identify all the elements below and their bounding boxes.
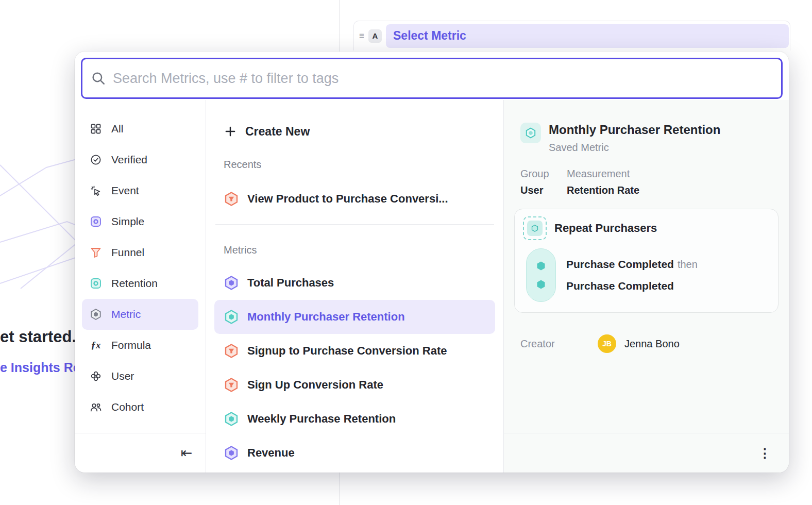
retention-steps-pill [526, 248, 556, 302]
funnel-icon [89, 246, 103, 259]
sidebar-item-user[interactable]: User [82, 361, 198, 392]
metric-item-monthly-purchaser-retention[interactable]: Monthly Purchaser Retention [214, 300, 495, 334]
funnel-metric-icon [224, 343, 239, 359]
step-two: Purchase Completed [566, 280, 698, 292]
more-options-icon[interactable]: ⋮ [758, 447, 771, 460]
sidebar-item-event[interactable]: Event [82, 175, 198, 206]
simple-metric-icon [89, 215, 103, 228]
metric-icon [224, 275, 239, 291]
group-label: Group [520, 168, 554, 180]
group-value: User [520, 184, 554, 196]
retention-metric-icon [224, 411, 239, 427]
metric-item-label: Sign Up Conversion Rate [247, 378, 383, 392]
sidebar-item-funnel[interactable]: Funnel [82, 237, 198, 268]
metric-item-total-purchases[interactable]: Total Purchases [214, 266, 495, 300]
metric-item-label: Weekly Purchase Retention [247, 412, 396, 426]
metric-picker-modal: All Verified [75, 52, 789, 473]
sidebar-item-all[interactable]: All [82, 113, 198, 144]
sidebar-item-metric[interactable]: Metric [82, 299, 198, 330]
definition-steps: Purchase Completedthen Purchase Complete… [526, 248, 770, 302]
retention-metric-icon [224, 309, 239, 325]
retention-definition-icon [523, 216, 547, 240]
metric-hexagon-icon [89, 308, 103, 321]
detail-title: Monthly Purchaser Retention [549, 123, 720, 137]
retention-icon [89, 277, 103, 290]
metric-item-signup-to-purchase-conversion[interactable]: Signup to Purchase Conversion Rate [214, 334, 495, 368]
create-new-label: Create New [245, 125, 310, 139]
search-bar[interactable] [81, 58, 783, 99]
recents-heading: Recents [214, 158, 495, 171]
saved-metric-icon [520, 123, 541, 143]
metrics-heading: Metrics [214, 243, 495, 257]
metric-list-column: Create New Recents View Product to Purch… [206, 100, 504, 473]
funnel-metric-icon [224, 191, 239, 207]
metric-item-label: Monthly Purchaser Retention [247, 310, 405, 324]
creator-row: Creator JB Jenna Bono [520, 334, 779, 353]
metric-item-sign-up-conversion-rate[interactable]: Sign Up Conversion Rate [214, 368, 495, 402]
sidebar-item-label: Retention [111, 277, 158, 290]
user-flower-icon [89, 369, 103, 383]
collapse-sidebar-icon[interactable]: ⇤ [180, 446, 192, 460]
metric-item-label: Total Purchases [247, 276, 334, 290]
event-cursor-icon [89, 184, 103, 197]
step-one: Purchase Completedthen [566, 258, 698, 271]
cohort-people-icon [89, 400, 103, 414]
metric-row-header: ≡ A Select Metric [353, 21, 790, 50]
metric-item-revenue[interactable]: Revenue [214, 436, 495, 470]
formula-icon: ƒx [89, 339, 103, 352]
step-hexagon-icon [535, 260, 547, 272]
picker-content: All Verified [75, 100, 789, 473]
recent-metric-item[interactable]: View Product to Purchase Conversi... [214, 182, 495, 215]
metric-detail-body: Monthly Purchaser Retention Saved Metric… [504, 100, 789, 433]
sidebar-item-label: Cohort [111, 401, 144, 413]
sidebar-item-cohort[interactable]: Cohort [82, 392, 198, 423]
sidebar-item-formula[interactable]: ƒx Formula [82, 330, 198, 361]
metrics-list: Total Purchases Monthly Purchaser Retent… [214, 266, 495, 470]
step-hexagon-icon [535, 279, 547, 290]
definition-title: Repeat Purchasers [554, 222, 657, 235]
creator-name: Jenna Bono [624, 338, 680, 350]
sidebar-item-label: Simple [111, 215, 144, 228]
search-input[interactable] [113, 71, 773, 87]
measurement-label: Measurement [567, 168, 639, 180]
metric-item-label: Signup to Purchase Conversion Rate [247, 344, 447, 358]
sidebar-item-label: Event [111, 184, 139, 197]
background-headline: et started. [0, 328, 76, 346]
sidebar-item-label: Formula [111, 339, 151, 351]
detail-subtitle: Saved Metric [549, 142, 720, 154]
page: et started. e Insights Re ≡ A Select Met… [0, 0, 812, 505]
metric-definition-card: Repeat Purchasers [514, 209, 779, 313]
sidebar-item-simple[interactable]: Simple [82, 206, 198, 237]
sidebar-item-label: All [111, 123, 123, 135]
sidebar-item-retention[interactable]: Retention [82, 268, 198, 299]
background-insights-link[interactable]: e Insights Re [0, 360, 80, 375]
category-list: All Verified [75, 100, 206, 433]
list-divider [215, 224, 494, 225]
sidebar-item-label: Funnel [111, 246, 144, 259]
sidebar-item-verified[interactable]: Verified [82, 144, 198, 175]
step-one-event: Purchase Completed [566, 258, 674, 270]
definition-card-header: Repeat Purchasers [523, 216, 770, 240]
funnel-metric-icon [224, 377, 239, 393]
sidebar-item-label: User [111, 370, 134, 382]
select-metric-button[interactable]: Select Metric [386, 24, 789, 48]
creator-avatar: JB [598, 334, 616, 353]
detail-footer: ⋮ [504, 433, 789, 473]
grid-icon [89, 122, 103, 136]
metric-icon [224, 445, 239, 461]
create-new-button[interactable]: Create New [214, 119, 495, 144]
select-metric-label: Select Metric [393, 29, 466, 43]
metric-item-weekly-purchase-retention[interactable]: Weekly Purchase Retention [214, 402, 495, 436]
detail-meta: Group User Measurement Retention Rate [520, 168, 779, 196]
step-connector: then [678, 259, 698, 270]
metric-item-label: Revenue [247, 446, 295, 460]
sidebar-item-label: Metric [111, 308, 141, 321]
category-sidebar: All Verified [75, 100, 206, 473]
metric-item-label: View Product to Purchase Conversi... [247, 192, 448, 206]
measurement-value: Retention Rate [567, 184, 639, 196]
search-icon [91, 71, 106, 86]
sidebar-item-label: Verified [111, 154, 147, 166]
plus-icon [224, 125, 237, 138]
drag-handle-icon[interactable]: ≡ [357, 31, 366, 41]
verified-badge-icon [89, 153, 103, 166]
